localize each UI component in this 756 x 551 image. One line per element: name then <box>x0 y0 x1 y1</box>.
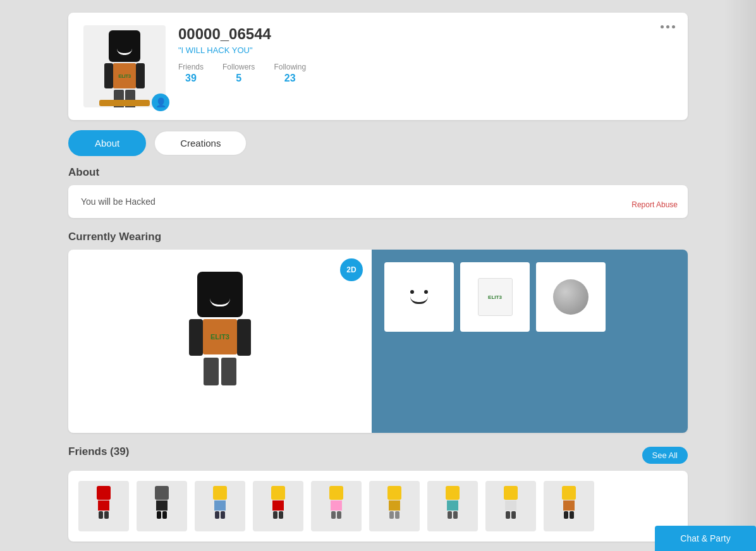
wearing-item-2[interactable]: ELIT3 <box>460 262 530 332</box>
friends-heading: Friends (39) <box>68 445 129 458</box>
2d-badge: 2D <box>340 258 363 281</box>
mini-head-1 <box>97 486 111 500</box>
char-torso: ELIT3 <box>113 63 136 88</box>
tab-creations[interactable]: Creations <box>154 130 247 156</box>
stat-following: Following 23 <box>274 63 306 84</box>
mini-leg-r-9 <box>570 511 574 519</box>
friend-item-7[interactable] <box>427 481 478 531</box>
about-box: You will be Hacked Report Abuse <box>68 185 688 218</box>
menu-dot-1 <box>661 25 664 28</box>
smiley-right-eye <box>424 290 428 294</box>
avatar-badge: 👤 <box>152 94 169 111</box>
mini-leg-l-6 <box>389 511 394 519</box>
friend-avatar-9 <box>544 481 594 531</box>
mini-head-8 <box>504 486 518 500</box>
mini-body-8 <box>505 500 516 511</box>
friend-item-3[interactable] <box>195 481 245 531</box>
mini-leg-l-1 <box>99 511 103 519</box>
big-char-left-arm <box>189 319 203 356</box>
mini-head-3 <box>213 486 227 500</box>
friends-label: Friends <box>178 63 204 71</box>
wearing-item-3[interactable] <box>536 262 606 332</box>
mini-body-5 <box>331 500 342 511</box>
mini-leg-r-5 <box>337 511 341 519</box>
mini-leg-l-8 <box>506 511 510 519</box>
mini-head-2 <box>155 486 169 500</box>
friend-avatar-3 <box>195 481 245 531</box>
mini-head-5 <box>329 486 343 500</box>
avatar-wrapper: ELIT3 👤 <box>83 25 166 107</box>
big-char-right-arm <box>237 319 251 356</box>
friend-avatar-1 <box>78 481 129 531</box>
see-all-button[interactable]: See All <box>642 447 688 464</box>
char-head <box>109 30 140 62</box>
big-char-head <box>197 272 243 317</box>
report-abuse-button[interactable]: Report Abuse <box>631 200 678 209</box>
mini-head-4 <box>271 486 285 500</box>
currently-wearing-section: Currently Wearing 2D ELIT3 <box>68 231 688 433</box>
smiley-left-eye <box>410 290 414 294</box>
mini-leg-r-2 <box>162 511 167 519</box>
profile-username: 00000_06544 <box>178 25 673 43</box>
profile-card: ELIT3 👤 00000_06544 "I WILL HACK YOU" <box>68 13 688 120</box>
mini-leg-r-7 <box>453 511 458 519</box>
friends-count: 39 <box>185 73 197 84</box>
wearing-character: ELIT3 <box>169 272 271 411</box>
wearing-heading: Currently Wearing <box>68 231 688 243</box>
friend-item-8[interactable] <box>485 481 536 531</box>
followers-label: Followers <box>223 63 255 71</box>
profile-menu[interactable] <box>661 25 675 28</box>
mini-leg-l-3 <box>215 511 219 519</box>
about-text: You will be Hacked <box>81 197 155 207</box>
friends-header: Friends (39) See All <box>68 445 688 464</box>
stat-friends: Friends 39 <box>178 63 204 84</box>
chat-party-bar[interactable]: Chat & Party <box>655 526 756 551</box>
tab-about[interactable]: About <box>68 130 146 156</box>
mini-leg-l-5 <box>331 511 336 519</box>
friend-avatar-5 <box>311 481 362 531</box>
mini-body-3 <box>214 500 226 511</box>
smiley-mouth <box>410 296 428 304</box>
following-count: 23 <box>284 73 296 84</box>
smiley-face-icon <box>397 275 441 319</box>
friend-item-5[interactable] <box>311 481 362 531</box>
about-heading: About <box>68 166 688 179</box>
profile-stats: Friends 39 Followers 5 Following 23 <box>178 63 673 84</box>
stat-followers: Followers 5 <box>223 63 255 84</box>
friend-avatar-6 <box>369 481 420 531</box>
big-char-right-leg <box>221 358 236 385</box>
mini-body-6 <box>389 500 400 511</box>
mini-body-1 <box>98 500 109 511</box>
friend-item-4[interactable] <box>253 481 303 531</box>
shirt-icon: ELIT3 <box>478 278 513 316</box>
mini-leg-r-8 <box>511 511 516 519</box>
friend-avatar-2 <box>137 481 187 531</box>
right-shadow <box>724 0 756 551</box>
mini-leg-r-1 <box>104 511 109 519</box>
friend-item-6[interactable] <box>369 481 420 531</box>
friend-item-1[interactable] <box>78 481 129 531</box>
big-char-left-leg <box>204 358 219 385</box>
mini-leg-l-9 <box>564 511 568 519</box>
wearing-left-panel: 2D ELIT3 <box>68 250 372 433</box>
mini-leg-l-2 <box>157 511 161 519</box>
profile-status: "I WILL HACK YOU" <box>178 45 673 55</box>
mini-body-2 <box>156 500 168 511</box>
menu-dot-2 <box>666 25 669 28</box>
friend-item-9[interactable] <box>544 481 594 531</box>
avatar-base <box>99 100 150 106</box>
avatar-image: ELIT3 <box>83 25 166 107</box>
wearing-item-1[interactable] <box>384 262 454 332</box>
profile-info: 00000_06544 "I WILL HACK YOU" Friends 39… <box>178 25 673 84</box>
friend-item-2[interactable] <box>137 481 187 531</box>
friends-grid <box>68 471 688 542</box>
mini-leg-l-7 <box>448 511 452 519</box>
friend-avatar-8 <box>485 481 536 531</box>
menu-dot-3 <box>672 25 675 28</box>
char-left-arm <box>104 63 113 88</box>
char-right-arm <box>136 63 145 88</box>
mini-head-7 <box>446 486 460 500</box>
person-icon: 👤 <box>155 97 166 107</box>
mini-head-9 <box>562 486 576 500</box>
mini-leg-l-4 <box>273 511 277 519</box>
